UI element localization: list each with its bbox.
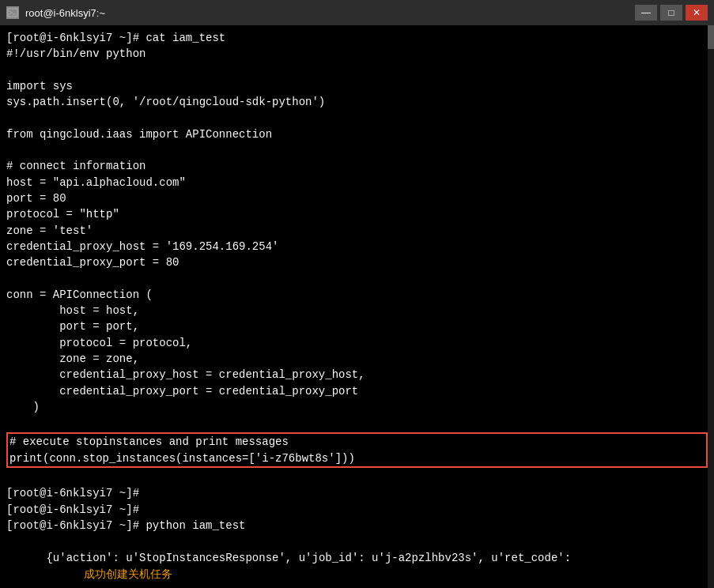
line-25 bbox=[6, 415, 708, 431]
minimize-button[interactable]: — bbox=[635, 5, 657, 21]
line-blank bbox=[6, 469, 708, 485]
highlighted-code-block: # execute stopinstances and print messag… bbox=[6, 432, 708, 468]
line-12: protocol = "http" bbox=[6, 206, 708, 222]
line-18: host = host, bbox=[6, 303, 708, 318]
chinese-annotation: 成功创建关机任务 bbox=[84, 567, 172, 580]
line-21: zone = zone, bbox=[6, 351, 708, 367]
highlight-line-1: # execute stopinstances and print messag… bbox=[9, 434, 705, 450]
line-14: credential_proxy_host = '169.254.169.254… bbox=[6, 239, 708, 254]
line-17: conn = APIConnection ( bbox=[6, 287, 708, 303]
line-22: credential_proxy_host = credential_proxy… bbox=[6, 367, 708, 383]
line-2: #!/usr/bin/env python bbox=[6, 46, 708, 62]
title-bar-controls: — □ ✕ bbox=[635, 5, 708, 21]
line-8 bbox=[6, 142, 708, 158]
maximize-button[interactable]: □ bbox=[660, 5, 682, 21]
line-31: {u'action': u'StopInstancesResponse', u'… bbox=[6, 533, 708, 588]
line-10: host = "api.alphacloud.com" bbox=[6, 175, 708, 190]
line-13: zone = 'test' bbox=[6, 223, 708, 239]
line-28: [root@i-6nklsyi7 ~]# bbox=[6, 485, 708, 501]
close-button[interactable]: ✕ bbox=[686, 5, 708, 21]
title-bar-left: root@i-6nklsyi7:~ bbox=[6, 6, 105, 19]
line-9: # connect information bbox=[6, 158, 708, 174]
line-15: credential_proxy_port = 80 bbox=[6, 254, 708, 270]
title-bar: root@i-6nklsyi7:~ — □ ✕ bbox=[0, 0, 714, 25]
window: root@i-6nklsyi7:~ — □ ✕ [root@i-6nklsyi7… bbox=[0, 0, 714, 588]
line-11: port = 80 bbox=[6, 190, 708, 206]
line-6 bbox=[6, 110, 708, 126]
line-16 bbox=[6, 270, 708, 286]
line-4: import sys bbox=[6, 78, 708, 94]
line-20: protocol = protocol, bbox=[6, 335, 708, 351]
line-7: from qingcloud.iaas import APIConnection bbox=[6, 126, 708, 142]
line-30: [root@i-6nklsyi7 ~]# python iam_test bbox=[6, 518, 708, 533]
line-23: credential_proxy_port = credential_proxy… bbox=[6, 383, 708, 399]
line-3 bbox=[6, 62, 708, 78]
line-5: sys.path.insert(0, '/root/qingcloud-sdk-… bbox=[6, 94, 708, 110]
line-19: port = port, bbox=[6, 318, 708, 334]
terminal[interactable]: [root@i-6nklsyi7 ~]# cat iam_test #!/usr… bbox=[0, 25, 714, 588]
window-title: root@i-6nklsyi7:~ bbox=[25, 7, 105, 19]
output-code: {u'action': u'StopInstancesResponse', u'… bbox=[46, 552, 571, 564]
scrollbar-thumb[interactable] bbox=[708, 25, 714, 49]
highlight-line-2: print(conn.stop_instances(instances=['i-… bbox=[9, 450, 705, 466]
line-24: ) bbox=[6, 399, 708, 415]
scrollbar[interactable] bbox=[708, 25, 714, 588]
terminal-icon bbox=[6, 6, 19, 19]
line-29: [root@i-6nklsyi7 ~]# bbox=[6, 502, 708, 518]
line-1: [root@i-6nklsyi7 ~]# cat iam_test bbox=[6, 30, 708, 46]
